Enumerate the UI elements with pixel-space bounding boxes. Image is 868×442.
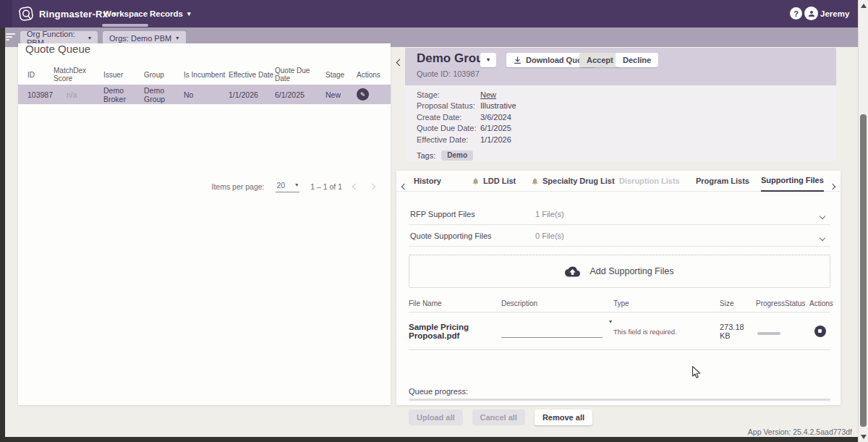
scroll-down-icon[interactable] [861, 435, 867, 439]
field-quote-due-date-label: Quote Due Date: [417, 124, 480, 132]
scroll-up-icon[interactable] [861, 4, 867, 8]
chevron-left-icon [401, 184, 407, 190]
type-caret-icon: ▾ [609, 318, 612, 325]
app-version: App Version: 25.4.2.5aad773df [748, 428, 852, 436]
quote-detail-header: Demo Group ▾ Download Quote Accept Decli… [405, 48, 836, 85]
scrollbar-thumb[interactable] [860, 114, 867, 427]
col-description: Description [501, 299, 613, 307]
field-stage-label: Stage: [417, 90, 480, 99]
tab-specialty-drug-list-label: Specialty Drug List [542, 171, 615, 192]
detail-tabs-panel: History LDD List Specialty Drug List Dis… [396, 171, 841, 405]
decline-label: Decline [623, 56, 651, 64]
orgs-caret-icon: ▾ [176, 35, 179, 41]
tabs-scroll-right[interactable] [830, 179, 835, 192]
page-size-value: 20 [277, 181, 286, 190]
col-actions: Actions [357, 71, 386, 79]
mouse-cursor [692, 365, 702, 380]
cell-id: 103987 [27, 90, 54, 99]
accordion-quote-supporting-files[interactable]: Quote Supporting Files 0 File(s) [409, 225, 830, 247]
field-effective-date-label: Effective Date: [417, 135, 480, 144]
user-name[interactable]: Jeremy [820, 0, 849, 27]
collapse-panel-button[interactable] [397, 55, 402, 68]
left-edge-strip [0, 27, 5, 437]
col-size: Size [720, 299, 756, 307]
chevron-down-icon [820, 233, 825, 242]
remove-all-button[interactable]: Remove all [535, 409, 592, 425]
file-progress-bar [757, 332, 780, 335]
edit-quote-button[interactable]: ✎ [357, 88, 369, 101]
nav-tab-records[interactable]: Records ▾ [150, 0, 191, 27]
tab-ldd-list-label: LDD List [483, 171, 516, 192]
file-name: Sample Pricing Proposal.pdf [409, 323, 501, 340]
file-table-header: File Name Description Type Size Progress… [409, 295, 830, 313]
accordion-rfp-support-files[interactable]: RFP Support Files 1 File(s) [409, 203, 830, 225]
accept-button[interactable]: Accept [579, 53, 621, 67]
type-cell: ▾ This field is required. [613, 326, 720, 336]
tags-label: Tags: [417, 151, 435, 160]
brand-name: Ringmaster-Rx [39, 9, 108, 20]
matchdex-circle-icon: ✓ [54, 90, 63, 99]
field-effective-date: Effective Date: 1/1/2026 [417, 135, 836, 144]
cell-group: Demo Group [144, 86, 184, 103]
col-status: Status [785, 299, 809, 307]
tab-specialty-drug-list[interactable]: Specialty Drug List [531, 171, 615, 192]
detail-tabbar: History LDD List Specialty Drug List Dis… [396, 171, 841, 192]
field-proposal-status-label: Proposal Status: [417, 101, 480, 110]
matchdex-value: n/a [67, 90, 77, 99]
pagination-range: 1 – 1 of 1 [310, 182, 342, 191]
col-effective: Effective Date [229, 71, 275, 79]
cell-matchdex: ✓ n/a [54, 90, 103, 99]
add-supporting-files-dropzone[interactable]: Add Supporting Files [409, 255, 830, 288]
tab-history[interactable]: History [414, 171, 441, 192]
cell-issuer: Demo Broker [103, 86, 144, 103]
page-size-caret-icon: ▾ [295, 182, 298, 188]
navbar-left-shade [0, 0, 12, 27]
queue-progress-bar [409, 399, 830, 401]
cancel-all-button[interactable]: Cancel all [472, 409, 525, 425]
type-error-text: This field is required. [613, 328, 720, 336]
accordion-label: Quote Supporting Files [410, 231, 492, 240]
stage-link[interactable]: New [480, 90, 496, 99]
tabs-scroll-left[interactable] [402, 179, 407, 192]
filter-list-icon[interactable] [6, 33, 15, 41]
top-navbar: Ringmaster-Rx ▾ Workspace Records ▾ ? Je… [0, 0, 858, 27]
nav-tab-records-label: Records [150, 0, 183, 27]
help-icon: ? [793, 9, 799, 18]
quote-row-selected[interactable]: 103987 ✓ n/a Demo Broker Demo Group No 1… [18, 85, 391, 104]
tab-program-lists[interactable]: Program Lists [696, 171, 749, 192]
col-type: Type [613, 299, 720, 307]
bell-icon [472, 177, 480, 185]
person-icon [807, 9, 816, 18]
accordion-count: 1 File(s) [535, 210, 564, 218]
description-input[interactable] [501, 326, 603, 338]
ringmaster-logo-icon [18, 6, 34, 22]
help-button[interactable]: ? [790, 7, 802, 20]
type-select[interactable]: ▾ This field is required. [613, 328, 720, 336]
stop-icon [818, 329, 822, 333]
tag-demo[interactable]: Demo [441, 150, 473, 161]
tab-supporting-files[interactable]: Supporting Files [761, 171, 824, 192]
bottom-edge-strip [0, 437, 858, 442]
field-quote-due-date-value: 6/1/2025 [480, 124, 511, 132]
description-cell [501, 324, 613, 338]
col-incumbent: Is Incumbent [184, 71, 229, 79]
next-page-icon[interactable] [370, 184, 375, 190]
user-avatar[interactable] [804, 7, 818, 20]
quote-queue-panel: Quote Queue ID MatchDex Score Issuer Gro… [18, 43, 391, 405]
tab-ldd-list[interactable]: LDD List [472, 171, 516, 192]
workspace-active-indicator [102, 24, 148, 27]
previous-page-icon[interactable] [352, 184, 358, 190]
page-scrollbar[interactable] [858, 0, 868, 442]
decline-button[interactable]: Decline [616, 53, 658, 67]
field-create-date-label: Create Date: [417, 113, 480, 122]
chevron-down-icon: ▾ [487, 57, 490, 63]
cell-incumbent: No [184, 90, 229, 99]
brand[interactable]: Ringmaster-Rx ▾ [18, 0, 116, 27]
cancel-upload-button[interactable] [814, 326, 826, 337]
title-menu-button[interactable]: ▾ [480, 53, 496, 67]
upload-all-button[interactable]: Upload all [409, 409, 463, 425]
accordion-count: 0 File(s) [535, 231, 564, 240]
quote-queue-pagination: Items per page: 20 ▾ 1 – 1 of 1 [212, 181, 375, 192]
page-size-select[interactable]: 20 ▾ [276, 181, 300, 192]
col-due: Quote Due Date [275, 67, 326, 82]
